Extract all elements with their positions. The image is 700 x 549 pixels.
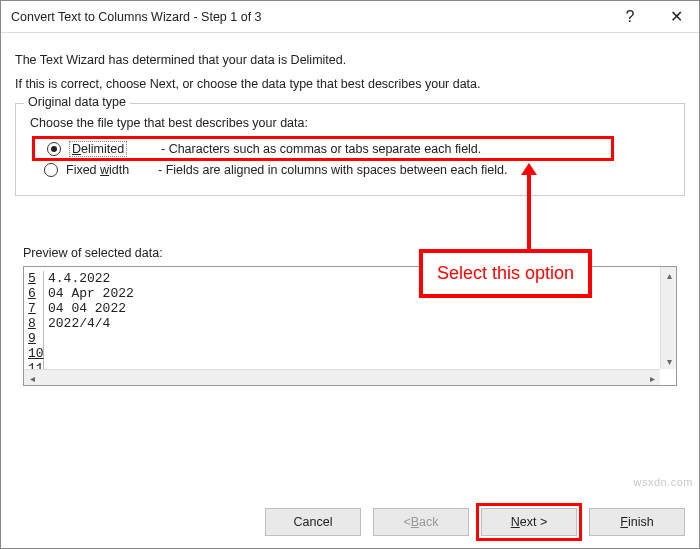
original-data-type-group: Original data type Choose the file type … — [15, 103, 685, 196]
group-prompt: Choose the file type that best describes… — [30, 116, 672, 130]
back-button: < Back — [373, 508, 469, 536]
preview-line-number: 9 — [24, 331, 44, 346]
fixed-width-description: - Fields are aligned in columns with spa… — [158, 163, 508, 177]
preview-row: 82022/4/4 — [24, 316, 676, 331]
help-button[interactable]: ? — [607, 1, 653, 33]
preview-line-text: 4.4.2022 — [48, 271, 110, 286]
preview-line-number: 6 — [24, 286, 44, 301]
scroll-left-icon[interactable]: ◂ — [24, 370, 40, 386]
wizard-dialog: Convert Text to Columns Wizard - Step 1 … — [0, 0, 700, 549]
intro-line-2: If this is correct, choose Next, or choo… — [15, 77, 685, 91]
preview-row: 9 — [24, 331, 676, 346]
fixed-width-label[interactable]: Fixed width — [66, 163, 152, 177]
watermark: wsxdn.com — [633, 476, 693, 488]
scroll-right-icon[interactable]: ▸ — [644, 370, 660, 386]
preview-line-number: 8 — [24, 316, 44, 331]
preview-row: 704 04 2022 — [24, 301, 676, 316]
annotation-callout: Select this option — [419, 249, 592, 298]
preview-line-text: 04 04 2022 — [48, 301, 126, 316]
titlebar: Convert Text to Columns Wizard - Step 1 … — [1, 1, 699, 33]
preview-line-number: 5 — [24, 271, 44, 286]
intro-line-1: The Text Wizard has determined that your… — [15, 53, 685, 67]
next-button[interactable]: Next > — [481, 508, 577, 536]
preview-line-text: 2022/4/4 — [48, 316, 110, 331]
dialog-content: The Text Wizard has determined that your… — [1, 33, 699, 386]
scroll-down-icon[interactable]: ▾ — [661, 353, 677, 369]
delimited-label[interactable]: Delimited — [69, 142, 155, 156]
preview-vertical-scrollbar[interactable]: ▴ ▾ — [660, 267, 676, 369]
preview-horizontal-scrollbar[interactable]: ◂ ▸ — [24, 369, 660, 385]
annotation-highlight: Delimited - Characters such as commas or… — [32, 136, 614, 161]
scroll-up-icon[interactable]: ▴ — [661, 267, 677, 283]
preview-row: 10 — [24, 346, 676, 361]
preview-line-text: 04 Apr 2022 — [48, 286, 134, 301]
preview-line-number: 10 — [24, 346, 44, 361]
close-button[interactable]: ✕ — [653, 1, 699, 33]
button-bar: Cancel < Back Next > Finish — [265, 508, 685, 536]
delimited-description: - Characters such as commas or tabs sepa… — [161, 142, 481, 156]
annotation-arrow — [527, 171, 531, 249]
preview-line-number: 7 — [24, 301, 44, 316]
window-title: Convert Text to Columns Wizard - Step 1 … — [11, 10, 607, 24]
fixed-width-radio[interactable] — [44, 163, 58, 177]
delimited-radio[interactable] — [47, 142, 61, 156]
finish-button[interactable]: Finish — [589, 508, 685, 536]
cancel-button[interactable]: Cancel — [265, 508, 361, 536]
fixed-width-row: Fixed width - Fields are aligned in colu… — [28, 161, 672, 179]
group-legend: Original data type — [24, 95, 130, 109]
